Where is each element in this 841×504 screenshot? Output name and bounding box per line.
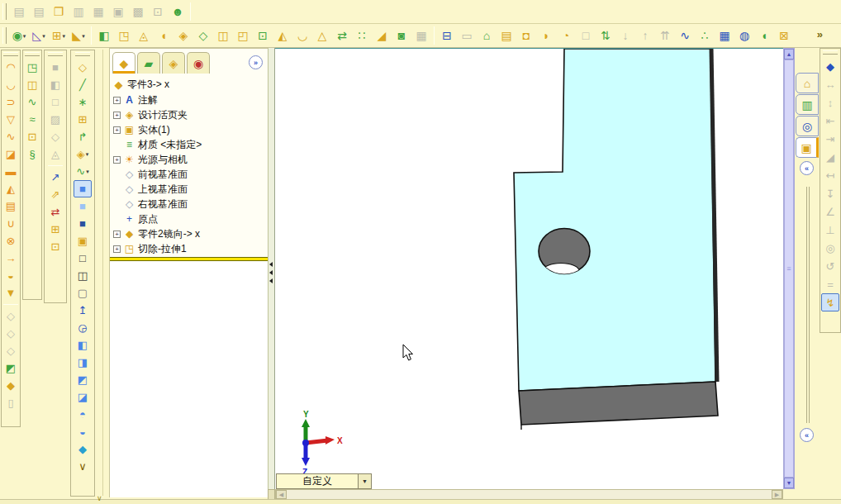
rib-tube-icon[interactable]: ∪ bbox=[2, 215, 20, 232]
section-view-icon[interactable]: ◶ bbox=[74, 319, 92, 336]
helix-spiral-icon[interactable]: § bbox=[23, 145, 41, 163]
delete-face-icon[interactable]: ⊗ bbox=[2, 232, 20, 250]
thicken-icon[interactable]: ▬ bbox=[2, 163, 20, 180]
coordinate-system-icon[interactable]: ⊞ bbox=[74, 111, 92, 128]
tree-item[interactable]: +A注解 bbox=[112, 93, 268, 107]
task-pane-collapse-button-bottom[interactable]: « bbox=[800, 428, 814, 442]
viewport-vertical-scrollbar[interactable]: ▲ ≡ ▼ bbox=[783, 48, 795, 489]
task-pane-collapse-button-top[interactable]: « bbox=[800, 161, 814, 175]
hlr-view-icon[interactable]: ■ bbox=[74, 215, 92, 232]
scroll-left-icon[interactable]: ◀ bbox=[276, 490, 287, 499]
wireframe-view-icon[interactable]: □ bbox=[74, 250, 92, 267]
dropdown-arrow-icon[interactable]: ▾ bbox=[42, 33, 45, 39]
tree-panel-splitter[interactable] bbox=[268, 48, 275, 500]
rollback-bar[interactable] bbox=[110, 257, 268, 261]
wrap-icon[interactable]: ◖ bbox=[754, 26, 774, 45]
left-view-icon[interactable]: ◩ bbox=[74, 371, 92, 388]
linear-pattern-icon[interactable]: ∷ bbox=[352, 26, 372, 45]
extruded-boss-icon[interactable]: ◧ bbox=[94, 26, 114, 45]
plane-dropdown[interactable]: ◈▾ bbox=[74, 145, 92, 163]
smart-dimension-icon[interactable]: ◆ bbox=[821, 57, 839, 75]
circular-pattern-icon[interactable]: ◍ bbox=[734, 26, 754, 45]
tree-item[interactable]: +原点 bbox=[112, 212, 268, 226]
splitter-collapse-arrows[interactable] bbox=[269, 259, 273, 283]
draft-quality-view-icon[interactable]: ▢ bbox=[74, 284, 92, 302]
graphics-viewport[interactable]: Y X Z 自定义 ▼ bbox=[275, 48, 783, 489]
tree-flyout-button[interactable]: » bbox=[249, 55, 263, 69]
reference-point-icon[interactable]: ∗ bbox=[74, 93, 92, 111]
shell-icon[interactable]: ◡ bbox=[292, 26, 312, 45]
offset-entities-icon[interactable]: ⊡ bbox=[46, 238, 64, 255]
expand-icon[interactable]: + bbox=[113, 231, 121, 238]
tab-file-explorer[interactable]: ◎ bbox=[796, 116, 819, 136]
pattern-dropdown[interactable]: ⊞▾ bbox=[49, 26, 69, 45]
front-view-icon[interactable]: ◧ bbox=[74, 336, 92, 354]
dome-icon[interactable]: ◭ bbox=[273, 26, 292, 45]
toolbar-chevron-icon[interactable]: ∨ bbox=[97, 494, 102, 502]
tab-configurationmanager[interactable]: ◈ bbox=[162, 52, 185, 74]
swept-cut-icon[interactable]: ◇ bbox=[193, 26, 213, 45]
bottom-view-icon[interactable]: ◒ bbox=[74, 423, 92, 440]
tree-item[interactable]: +▣实体(1) bbox=[112, 122, 268, 137]
miter-flange-icon[interactable]: ◘ bbox=[516, 26, 536, 45]
edge-flange-icon[interactable]: ▤ bbox=[497, 26, 516, 45]
user-profile-icon[interactable]: ☻ bbox=[168, 2, 188, 21]
dropdown-arrow-icon[interactable]: ▾ bbox=[23, 33, 26, 39]
draft-icon[interactable]: ◢ bbox=[372, 26, 392, 45]
tree-item[interactable]: ≡材质 <未指定> bbox=[112, 137, 268, 152]
hlv-view-icon[interactable]: ◫ bbox=[74, 267, 92, 284]
curve-dropdown[interactable]: ∿▾ bbox=[74, 163, 92, 180]
top-view-icon[interactable]: ◓ bbox=[74, 406, 92, 423]
mate-reference-icon[interactable]: ↱ bbox=[74, 128, 92, 145]
extruded-cut-icon[interactable]: ◳ bbox=[114, 26, 134, 45]
base-flange-icon[interactable]: ⌂ bbox=[477, 26, 497, 45]
toolbar-overflow-icon[interactable]: » bbox=[817, 28, 823, 40]
draft-analysis-icon[interactable]: ◩ bbox=[2, 359, 20, 377]
deform-icon[interactable]: ∿ bbox=[675, 26, 695, 45]
curve-through-points-icon[interactable]: ≈ bbox=[23, 111, 41, 128]
dropdown-arrow-icon[interactable]: ▾ bbox=[86, 151, 89, 157]
revolve-axis-icon[interactable]: ◬ bbox=[134, 26, 154, 45]
expand-icon[interactable]: + bbox=[113, 126, 121, 134]
tree-item[interactable]: +◳切除-拉伸1 bbox=[112, 241, 268, 256]
move-copy-body-icon[interactable]: ⇅ bbox=[596, 26, 615, 45]
hole-wizard-icon[interactable]: ⊡ bbox=[253, 26, 273, 45]
insert-part-icon[interactable]: ⊟ bbox=[437, 26, 457, 45]
tree-item[interactable]: +☀光源与相机 bbox=[112, 152, 268, 167]
shaded-view-icon[interactable]: ■ bbox=[74, 197, 92, 215]
delete-body-icon[interactable]: ⊠ bbox=[774, 26, 794, 45]
view-orientation-combo[interactable]: 自定义 ▼ bbox=[276, 473, 372, 489]
toolbar-grip[interactable] bbox=[3, 52, 18, 56]
combo-dropdown-button[interactable]: ▼ bbox=[358, 474, 371, 488]
part-body[interactable] bbox=[514, 49, 715, 391]
sketch-icon[interactable]: ↗ bbox=[46, 169, 64, 186]
back-view-icon[interactable]: ◨ bbox=[74, 354, 92, 371]
view-orientation-dropdown[interactable]: ◉▾ bbox=[9, 26, 29, 45]
shell-stack-icon[interactable]: ▤ bbox=[2, 197, 20, 215]
lofted-cut-icon[interactable]: ◰ bbox=[233, 26, 253, 45]
loft-icon[interactable]: ▽ bbox=[2, 111, 20, 128]
tree-item[interactable]: +◈设计活页夹 bbox=[112, 107, 268, 122]
flex-icon[interactable]: ◠ bbox=[2, 59, 20, 76]
dome-gold-icon[interactable]: ◆ bbox=[2, 377, 20, 394]
expand-icon[interactable]: + bbox=[113, 112, 121, 119]
swept-boss-icon[interactable]: ◈ bbox=[173, 26, 193, 45]
scroll-right-icon[interactable]: ▶ bbox=[772, 490, 782, 499]
vertical-scrollbar-thumb[interactable]: ≡ bbox=[784, 59, 794, 478]
dropdown-arrow-icon[interactable]: ▾ bbox=[63, 33, 66, 39]
lofted-boss-icon[interactable]: ◫ bbox=[213, 26, 233, 45]
modify-sketch-icon[interactable]: ⇄ bbox=[46, 203, 64, 221]
tab-third-party[interactable]: ◉ bbox=[187, 52, 210, 74]
toolbar-grip[interactable] bbox=[2, 3, 7, 20]
replace-face-icon[interactable]: → bbox=[2, 250, 20, 267]
isometric-view-icon[interactable]: ◆ bbox=[74, 440, 92, 458]
sketched-bend-icon[interactable]: ◗ bbox=[536, 26, 556, 45]
split-line-icon[interactable]: ◫ bbox=[23, 76, 41, 93]
revolved-boss-icon[interactable]: ◖ bbox=[154, 26, 173, 45]
dropdown-arrow-icon[interactable]: ▾ bbox=[86, 169, 89, 174]
open-folder-icon[interactable]: ❐ bbox=[49, 2, 69, 21]
convert-entities-icon[interactable]: ⊞ bbox=[46, 221, 64, 238]
fold-icon[interactable]: ◪ bbox=[2, 145, 20, 163]
pot-feature-icon[interactable]: ◒ bbox=[2, 267, 20, 284]
curve-xyz-icon[interactable]: ⊡ bbox=[23, 128, 41, 145]
